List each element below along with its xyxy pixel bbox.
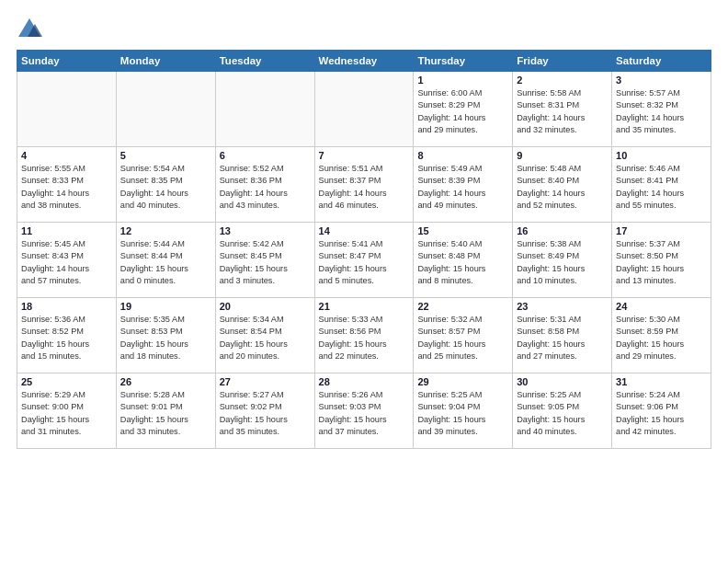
day-info: Sunrise: 5:31 AM Sunset: 8:58 PM Dayligh…: [517, 314, 608, 362]
day-number: 15: [417, 225, 508, 236]
calendar-cell: 27Sunrise: 5:27 AM Sunset: 9:02 PM Dayli…: [215, 373, 314, 449]
calendar-cell: 31Sunrise: 5:24 AM Sunset: 9:06 PM Dayli…: [612, 373, 711, 449]
calendar-cell: 23Sunrise: 5:31 AM Sunset: 8:58 PM Dayli…: [513, 298, 612, 373]
day-info: Sunrise: 5:37 AM Sunset: 8:50 PM Dayligh…: [616, 238, 707, 287]
day-number: 11: [21, 225, 112, 236]
day-info: Sunrise: 5:54 AM Sunset: 8:35 PM Dayligh…: [120, 163, 211, 212]
day-number: 10: [616, 150, 707, 161]
calendar-cell: 11Sunrise: 5:45 AM Sunset: 8:43 PM Dayli…: [17, 223, 117, 298]
weekday-header-row: SundayMondayTuesdayWednesdayThursdayFrid…: [17, 51, 711, 72]
day-number: 5: [120, 150, 211, 161]
day-number: 20: [220, 301, 311, 312]
day-info: Sunrise: 5:38 AM Sunset: 8:49 PM Dayligh…: [517, 238, 608, 287]
day-info: Sunrise: 5:27 AM Sunset: 9:02 PM Dayligh…: [220, 389, 311, 438]
calendar-cell: 5Sunrise: 5:54 AM Sunset: 8:35 PM Daylig…: [116, 147, 215, 223]
day-number: 13: [220, 225, 311, 236]
day-number: 28: [319, 376, 410, 387]
page: SundayMondayTuesdayWednesdayThursdayFrid…: [0, 0, 728, 563]
calendar-cell: 14Sunrise: 5:41 AM Sunset: 8:47 PM Dayli…: [314, 223, 414, 298]
day-info: Sunrise: 5:42 AM Sunset: 8:45 PM Dayligh…: [220, 238, 311, 287]
day-number: 16: [517, 225, 608, 236]
calendar-cell: 19Sunrise: 5:35 AM Sunset: 8:53 PM Dayli…: [116, 298, 215, 373]
calendar-cell: 3Sunrise: 5:57 AM Sunset: 8:32 PM Daylig…: [612, 72, 711, 147]
day-number: 18: [21, 301, 112, 312]
day-info: Sunrise: 5:46 AM Sunset: 8:41 PM Dayligh…: [616, 163, 707, 212]
day-info: Sunrise: 5:25 AM Sunset: 9:05 PM Dayligh…: [517, 389, 608, 438]
logo-icon: [17, 17, 42, 42]
day-info: Sunrise: 5:44 AM Sunset: 8:44 PM Dayligh…: [120, 238, 211, 287]
calendar-cell: 20Sunrise: 5:34 AM Sunset: 8:54 PM Dayli…: [215, 298, 314, 373]
day-number: 2: [517, 75, 608, 86]
day-info: Sunrise: 5:24 AM Sunset: 9:06 PM Dayligh…: [616, 389, 707, 438]
logo: [17, 17, 46, 42]
day-number: 7: [319, 150, 410, 161]
weekday-header-wednesday: Wednesday: [314, 51, 414, 72]
day-number: 29: [417, 376, 508, 387]
day-number: 25: [21, 376, 112, 387]
day-number: 23: [517, 301, 608, 312]
weekday-header-friday: Friday: [513, 51, 612, 72]
day-info: Sunrise: 5:26 AM Sunset: 9:03 PM Dayligh…: [319, 389, 410, 438]
calendar-cell: [17, 72, 117, 147]
calendar-cell: 2Sunrise: 5:58 AM Sunset: 8:31 PM Daylig…: [513, 72, 612, 147]
day-number: 22: [417, 301, 508, 312]
day-info: Sunrise: 5:33 AM Sunset: 8:56 PM Dayligh…: [319, 314, 410, 362]
weekday-header-saturday: Saturday: [612, 51, 711, 72]
calendar-cell: [116, 72, 215, 147]
weekday-header-tuesday: Tuesday: [215, 51, 314, 72]
calendar-cell: 13Sunrise: 5:42 AM Sunset: 8:45 PM Dayli…: [215, 223, 314, 298]
calendar-cell: 10Sunrise: 5:46 AM Sunset: 8:41 PM Dayli…: [612, 147, 711, 223]
calendar-cell: 1Sunrise: 6:00 AM Sunset: 8:29 PM Daylig…: [414, 72, 513, 147]
day-info: Sunrise: 5:36 AM Sunset: 8:52 PM Dayligh…: [21, 314, 112, 362]
week-row-0: 1Sunrise: 6:00 AM Sunset: 8:29 PM Daylig…: [17, 72, 711, 147]
day-info: Sunrise: 5:32 AM Sunset: 8:57 PM Dayligh…: [417, 314, 508, 362]
day-number: 6: [220, 150, 311, 161]
calendar-cell: 21Sunrise: 5:33 AM Sunset: 8:56 PM Dayli…: [314, 298, 414, 373]
day-number: 26: [120, 376, 211, 387]
day-number: 9: [517, 150, 608, 161]
day-info: Sunrise: 5:28 AM Sunset: 9:01 PM Dayligh…: [120, 389, 211, 438]
calendar-cell: 28Sunrise: 5:26 AM Sunset: 9:03 PM Dayli…: [314, 373, 414, 449]
day-number: 31: [616, 376, 707, 387]
calendar-cell: 6Sunrise: 5:52 AM Sunset: 8:36 PM Daylig…: [215, 147, 314, 223]
calendar-cell: 25Sunrise: 5:29 AM Sunset: 9:00 PM Dayli…: [17, 373, 117, 449]
calendar-cell: 17Sunrise: 5:37 AM Sunset: 8:50 PM Dayli…: [612, 223, 711, 298]
calendar-cell: 7Sunrise: 5:51 AM Sunset: 8:37 PM Daylig…: [314, 147, 414, 223]
day-number: 8: [417, 150, 508, 161]
calendar-cell: 4Sunrise: 5:55 AM Sunset: 8:33 PM Daylig…: [17, 147, 117, 223]
calendar-cell: 8Sunrise: 5:49 AM Sunset: 8:39 PM Daylig…: [414, 147, 513, 223]
calendar-cell: 18Sunrise: 5:36 AM Sunset: 8:52 PM Dayli…: [17, 298, 117, 373]
week-row-1: 4Sunrise: 5:55 AM Sunset: 8:33 PM Daylig…: [17, 147, 711, 223]
day-info: Sunrise: 5:34 AM Sunset: 8:54 PM Dayligh…: [220, 314, 311, 362]
calendar-cell: [314, 72, 414, 147]
day-number: 1: [417, 75, 508, 86]
week-row-2: 11Sunrise: 5:45 AM Sunset: 8:43 PM Dayli…: [17, 223, 711, 298]
calendar-cell: 22Sunrise: 5:32 AM Sunset: 8:57 PM Dayli…: [414, 298, 513, 373]
calendar-cell: 16Sunrise: 5:38 AM Sunset: 8:49 PM Dayli…: [513, 223, 612, 298]
day-info: Sunrise: 6:00 AM Sunset: 8:29 PM Dayligh…: [417, 87, 508, 136]
day-number: 30: [517, 376, 608, 387]
calendar-cell: 29Sunrise: 5:25 AM Sunset: 9:04 PM Dayli…: [414, 373, 513, 449]
day-number: 21: [319, 301, 410, 312]
day-info: Sunrise: 5:30 AM Sunset: 8:59 PM Dayligh…: [616, 314, 707, 362]
day-number: 27: [220, 376, 311, 387]
day-info: Sunrise: 5:49 AM Sunset: 8:39 PM Dayligh…: [417, 163, 508, 212]
day-info: Sunrise: 5:35 AM Sunset: 8:53 PM Dayligh…: [120, 314, 211, 362]
day-info: Sunrise: 5:52 AM Sunset: 8:36 PM Dayligh…: [220, 163, 311, 212]
day-number: 19: [120, 301, 211, 312]
day-number: 17: [616, 225, 707, 236]
calendar-cell: 30Sunrise: 5:25 AM Sunset: 9:05 PM Dayli…: [513, 373, 612, 449]
day-info: Sunrise: 5:41 AM Sunset: 8:47 PM Dayligh…: [319, 238, 410, 287]
day-info: Sunrise: 5:25 AM Sunset: 9:04 PM Dayligh…: [417, 389, 508, 438]
day-info: Sunrise: 5:51 AM Sunset: 8:37 PM Dayligh…: [319, 163, 410, 212]
calendar-cell: 24Sunrise: 5:30 AM Sunset: 8:59 PM Dayli…: [612, 298, 711, 373]
weekday-header-sunday: Sunday: [17, 51, 117, 72]
day-number: 3: [616, 75, 707, 86]
header: [17, 17, 711, 42]
day-number: 14: [319, 225, 410, 236]
day-info: Sunrise: 5:58 AM Sunset: 8:31 PM Dayligh…: [517, 87, 608, 136]
calendar-cell: 12Sunrise: 5:44 AM Sunset: 8:44 PM Dayli…: [116, 223, 215, 298]
day-info: Sunrise: 5:45 AM Sunset: 8:43 PM Dayligh…: [21, 238, 112, 287]
calendar-cell: 26Sunrise: 5:28 AM Sunset: 9:01 PM Dayli…: [116, 373, 215, 449]
calendar-cell: 9Sunrise: 5:48 AM Sunset: 8:40 PM Daylig…: [513, 147, 612, 223]
